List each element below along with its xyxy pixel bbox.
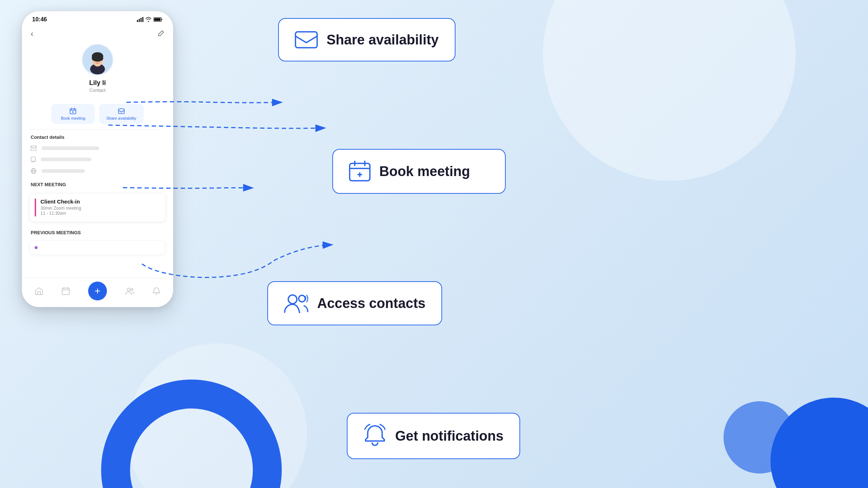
nav-contacts[interactable]: [125, 287, 134, 295]
svg-rect-2: [141, 18, 142, 22]
status-bar: 10:46: [22, 11, 173, 26]
nav-bell[interactable]: [152, 287, 160, 295]
svg-rect-1: [139, 19, 140, 22]
svg-rect-18: [32, 161, 34, 162]
share-availability-label: Share availability: [327, 32, 439, 48]
bottom-nav: +: [22, 278, 173, 307]
svg-point-12: [95, 60, 96, 61]
wifi-icon: [146, 17, 151, 22]
svg-point-22: [127, 288, 130, 291]
book-meeting-label: Book meeting: [61, 116, 85, 120]
email-icon: [31, 146, 36, 151]
svg-point-13: [99, 60, 100, 61]
svg-point-11: [92, 55, 103, 62]
prev-meeting-dot: [35, 246, 38, 249]
book-meeting-button[interactable]: Book meeting: [51, 104, 95, 124]
prev-meeting-card: [29, 240, 166, 255]
battery-icon: [154, 17, 163, 22]
plus-icon: +: [95, 286, 100, 296]
meeting-card: Client Check-in 30min Zoom meeting 11 - …: [29, 193, 166, 222]
svg-rect-0: [137, 20, 138, 22]
svg-rect-25: [350, 163, 370, 181]
access-contacts-icon: [284, 292, 308, 314]
feature-row-access: Access contacts: [206, 281, 846, 325]
avatar: [82, 44, 113, 76]
phone-icon: [31, 157, 36, 162]
profile-role: Contact: [90, 87, 106, 93]
svg-rect-5: [154, 18, 161, 21]
svg-rect-15: [118, 109, 124, 114]
feature-row-share: Share availability: [206, 18, 846, 61]
prev-meetings-label: PREVIOUS MEETINGS: [22, 225, 173, 238]
share-availability-icon: [295, 29, 318, 51]
svg-rect-21: [62, 288, 69, 295]
share-availability-button[interactable]: Share availability: [99, 104, 143, 124]
svg-point-23: [131, 288, 133, 291]
meeting-subtitle: 30min Zoom meeting: [40, 206, 81, 211]
meeting-info: Client Check-in 30min Zoom meeting 11 - …: [40, 198, 81, 217]
svg-rect-3: [142, 17, 143, 22]
nav-add-button[interactable]: +: [88, 282, 107, 300]
share-availability-box: Share availability: [278, 18, 455, 61]
detail-email-row: [22, 143, 173, 154]
access-contacts-box: Access contacts: [267, 281, 442, 325]
detail-web-row: [22, 165, 173, 177]
get-notifications-icon: [363, 424, 387, 448]
feature-row-notify: Get notifications: [206, 413, 846, 459]
svg-rect-16: [31, 146, 36, 151]
meeting-accent: [35, 198, 36, 217]
nav-calendar[interactable]: [62, 287, 70, 295]
phone-mockup: 10:46: [22, 11, 173, 307]
phone-value: [41, 158, 91, 161]
profile-section: Lily li Contact: [22, 42, 173, 99]
contact-details-label: Contact details: [22, 129, 173, 143]
profile-name: Lily li: [89, 79, 106, 87]
status-icons: [137, 17, 163, 22]
svg-point-27: [299, 295, 305, 302]
back-button[interactable]: ‹: [31, 29, 33, 39]
book-meeting-box: Book meeting: [332, 149, 506, 194]
avatar-image: [83, 44, 112, 76]
action-row: Book meeting Share availability: [22, 99, 173, 129]
svg-rect-24: [295, 32, 317, 48]
nav-bar: ‹: [22, 26, 173, 42]
signal-icon: [137, 17, 143, 22]
share-availability-label: Share availability: [106, 116, 136, 120]
book-meeting-label: Book meeting: [379, 164, 470, 179]
svg-point-26: [288, 295, 297, 304]
meeting-time: 11 - 11:30am: [40, 211, 81, 216]
phone-screen: 10:46: [22, 11, 173, 307]
globe-icon: [31, 168, 36, 174]
access-contacts-label: Access contacts: [317, 296, 426, 311]
get-notifications-box: Get notifications: [347, 413, 520, 459]
features-area: Share availability Book meeting: [206, 18, 846, 459]
web-value: [42, 169, 85, 173]
detail-phone-row: [22, 154, 173, 165]
edit-button[interactable]: [158, 30, 164, 38]
next-meeting-label: NEXT MEETING: [22, 177, 173, 190]
feature-row-book: Book meeting: [206, 149, 846, 194]
get-notifications-label: Get notifications: [395, 428, 504, 444]
status-time: 10:46: [32, 16, 47, 23]
meeting-title: Client Check-in: [40, 198, 81, 205]
email-value: [42, 146, 99, 150]
nav-home[interactable]: [35, 287, 43, 295]
book-meeting-icon: [349, 160, 371, 183]
